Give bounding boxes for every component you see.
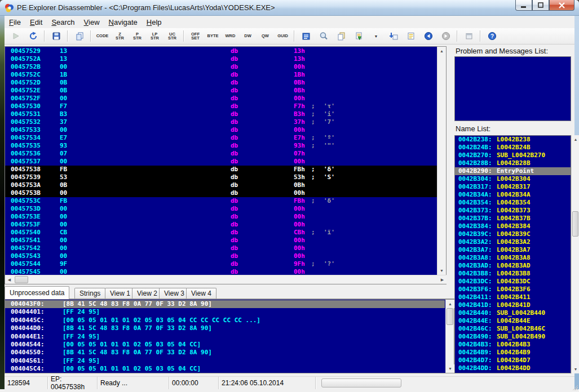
byte-button[interactable]: BYTE (205, 29, 221, 43)
jump-button[interactable] (385, 29, 401, 43)
hexdump-vscrollbar[interactable]: ▲ ▼ (445, 300, 454, 373)
forward-button[interactable] (437, 29, 454, 43)
scroll-up-icon[interactable]: ▲ (437, 47, 446, 55)
name-row[interactable]: 0042B4B3:L0042B4B3 (455, 341, 571, 349)
disasm-row[interactable]: 0045752C1Bdb1Bh (5, 71, 437, 79)
disasm-row[interactable]: 00457534E7dbE7h;'º' (5, 134, 437, 142)
name-row[interactable]: 0042B411:L0042B411 (455, 293, 571, 301)
name-row[interactable]: 0042B39C:L0042B39C (455, 230, 571, 238)
scroll-left-icon[interactable]: ◀ (5, 275, 14, 284)
name-row[interactable]: 0042B3A2:L0042B3A2 (455, 238, 571, 246)
disasm-row[interactable]: 0045753F00db00h (5, 221, 437, 229)
scroll-down-icon[interactable]: ▼ (572, 365, 579, 373)
hex-row[interactable]: 00404550:[8B 41 5C 48 83 F8 0A 77 0F 33 … (5, 349, 445, 357)
name-row-selected[interactable]: 0042B290:EntryPoint (455, 167, 571, 175)
run-button[interactable] (7, 29, 24, 43)
menu-help[interactable]: Help (142, 17, 166, 28)
disasm-row[interactable]: 0045752913db13h (5, 47, 437, 55)
name-row[interactable]: 0042B3A8:L0042B3A8 (455, 254, 571, 262)
hscroll-thumb[interactable] (15, 276, 28, 283)
menu-edit[interactable]: Edit (25, 17, 47, 28)
disasm-row[interactable]: 0045754200db00h (5, 244, 437, 252)
name-row[interactable]: 0042B24B:L0042B24B (455, 144, 571, 152)
wrd-button[interactable]: WRD (222, 29, 238, 43)
hex-row[interactable]: 00404544:[00 05 05 01 01 01 02 05 03 05 … (5, 341, 445, 349)
hex-row[interactable]: 004045C4:[00 05 05 01 01 01 02 05 03 05 … (5, 365, 445, 373)
tab-view-2[interactable]: View 2 (132, 288, 162, 299)
name-row[interactable]: 0042B46C:SUB_L0042B46C (455, 325, 571, 333)
hex-row[interactable]: 0040445C:[00 05 05 01 01 01 02 05 03 05 … (5, 317, 445, 324)
name-row[interactable]: 0042B44E:L0042B44E (455, 317, 571, 325)
disasm-row[interactable]: 0045753953db53h;'S' (5, 173, 437, 181)
tab-view-4[interactable]: View 4 (186, 288, 216, 299)
disasm-row[interactable]: 0045753700db00h (5, 158, 437, 166)
name-row[interactable]: 0042B4B9:L0042B4B9 (455, 349, 571, 357)
back-button[interactable] (420, 29, 436, 43)
scroll-right-icon[interactable]: ▶ (438, 275, 447, 284)
name-row[interactable]: 0042B304:L0042B304 (455, 175, 571, 183)
disasm-row[interactable]: 00457538FBdbFBh;'δ' (5, 166, 437, 173)
hex-row[interactable]: 00404401:[FF 24 95] (5, 308, 445, 316)
disasm-row[interactable]: 00457530F7dbF7h;'τ' (5, 103, 437, 110)
disasm-row[interactable]: 0045753B00db00h (5, 189, 437, 197)
disasm-row[interactable]: 0045753300db00h (5, 126, 437, 134)
qw-button[interactable]: QW (257, 29, 273, 43)
disasm-row[interactable]: 0045752E0Bdb0Bh (5, 87, 437, 95)
name-row[interactable]: 0042B28B:L0042B28B (455, 159, 571, 167)
print-list-button[interactable] (403, 29, 419, 43)
tab-strings[interactable]: Strings (74, 288, 105, 299)
guid-button[interactable]: GUID (275, 29, 291, 43)
disasm-row[interactable]: 0045753E00db00h (5, 213, 437, 221)
disasm-row[interactable]: 0045753A0Bdb0Bh (5, 181, 437, 189)
offset-button[interactable]: OFF SET (187, 29, 204, 43)
restore-button[interactable] (532, 0, 549, 11)
menu-file[interactable]: File (5, 17, 25, 28)
menu-view[interactable]: View (79, 17, 104, 28)
hex-row[interactable]: 00404561:[FF 24 95] (5, 357, 445, 365)
hex-row[interactable]: 004044E1:[FF 24 95] (5, 333, 445, 341)
scroll-up-icon[interactable]: ▲ (446, 300, 454, 308)
name-row[interactable]: 0042B373:L0042B373 (455, 207, 571, 215)
dw-button[interactable]: DW (240, 29, 256, 43)
copy-pages-button[interactable] (333, 29, 349, 43)
disasm-row[interactable]: 0045753593db93h;'"' (5, 142, 437, 150)
name-row[interactable]: 0042B490:SUB_L0042B490 (455, 333, 571, 341)
disasm-row[interactable]: 0045754300db00h (5, 252, 437, 260)
disasm-row[interactable]: 00457540CBdbCBh;'ï' (5, 229, 437, 237)
name-row[interactable]: 0042B4D7:L0042B4D7 (455, 357, 571, 364)
close-button[interactable] (549, 0, 574, 11)
lp-str-button[interactable]: LP STR (147, 29, 163, 43)
disasm-row[interactable]: 00457531B3dbB3h;'i' (5, 110, 437, 118)
save-button[interactable] (48, 29, 64, 43)
menu-navigate[interactable]: Navigate (104, 17, 142, 28)
scroll-up-icon[interactable]: ▲ (572, 135, 579, 144)
export-dropdown-button[interactable]: ▼ (368, 29, 384, 43)
name-row[interactable]: 0042B37B:L0042B37B (455, 215, 571, 222)
name-row[interactable]: 0042B3A7:L0042B3A7 (455, 246, 571, 254)
disasm-row[interactable]: 0045752F00db00h (5, 95, 437, 103)
disasm-row[interactable]: 0045753607db07h (5, 150, 437, 158)
name-row[interactable]: 0042B270:SUB_L0042B270 (455, 152, 571, 159)
vscroll-thumb[interactable] (572, 211, 578, 237)
name-list-scrollbar[interactable]: ▲ ▼ (571, 135, 579, 373)
window-button[interactable] (461, 29, 477, 43)
z-str-button[interactable]: Z STR (112, 29, 128, 43)
tab-view-1[interactable]: View 1 (105, 288, 135, 299)
name-row[interactable]: 0042B3AD:L0042B3AD (455, 262, 571, 270)
disasm-row[interactable]: 0045753CFBdbFBh;'δ' (5, 197, 437, 205)
refresh-button[interactable] (25, 29, 41, 43)
resize-grip[interactable] (571, 383, 578, 390)
tab-unprocessed-data[interactable]: Unprocessed data (5, 286, 69, 299)
hex-row[interactable]: 004043F0:[8B 41 5C 48 83 F8 0A 77 0F 33 … (5, 300, 445, 308)
name-row[interactable]: 0042B3B8:L0042B3B8 (455, 270, 571, 278)
disassembly-hscrollbar[interactable]: ◀ ▶ (5, 275, 447, 284)
scroll-down-icon[interactable]: ▼ (446, 364, 454, 373)
disassembly-vscrollbar[interactable]: ▲ ▼ (437, 47, 446, 275)
copy-button[interactable] (71, 29, 87, 43)
name-row[interactable]: 0042B354:L0042B354 (455, 199, 571, 207)
name-row[interactable]: 0042B3F6:L0042B3F6 (455, 286, 571, 293)
hex-row[interactable]: 004044D0:[8B 41 5C 48 83 F8 0A 77 0F 33 … (5, 324, 445, 332)
disasm-row[interactable]: 004575449Fdb9Fh;'?' (5, 260, 437, 268)
export-button[interactable] (350, 29, 366, 43)
name-row[interactable]: 0042B317:L0042B317 (455, 183, 571, 191)
